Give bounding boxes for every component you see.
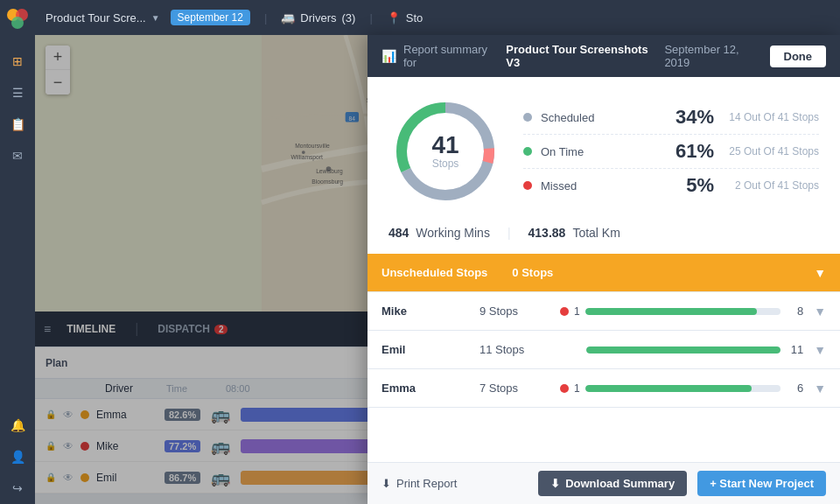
date-badge[interactable]: September 12 [171, 10, 250, 25]
total-km-num: 413.88 [528, 226, 566, 240]
done-button[interactable]: Done [770, 46, 827, 67]
stat-detail-scheduled: 14 Out Of 41 Stops [723, 111, 819, 123]
sidebar-icon-mail[interactable]: ✉ [9, 147, 26, 164]
total-km-label: Total Km [572, 226, 620, 240]
download-summary-label: Download Summary [565, 477, 675, 490]
progress-fill-emma [585, 385, 752, 392]
driver-report-stops-mike: 9 Stops [480, 304, 550, 318]
driver-report-row-mike[interactable]: Mike 9 Stops 1 8 ▼ [368, 292, 840, 331]
sidebar-icon-user[interactable]: 👤 [9, 448, 26, 466]
stat-detail-missed: 2 Out Of 41 Stops [723, 179, 819, 192]
drivers-label: Drivers [300, 11, 336, 24]
chevron-down-icon-emma[interactable]: ▼ [814, 382, 826, 396]
unscheduled-label: Unscheduled Stops [382, 266, 487, 279]
sidebar: ⊞ ☰ 📋 ✉ 🔔 👤 ↪ [0, 0, 35, 504]
stat-detail-ontime: 25 Out Of 41 Stops [723, 145, 819, 158]
sidebar-icon-exit[interactable]: ↪ [9, 480, 26, 497]
ontime-count-emma: 6 [786, 382, 803, 395]
drivers-item[interactable]: 🚐 Drivers (3) [281, 11, 355, 24]
sidebar-icon-layers[interactable]: ☰ [9, 84, 26, 102]
driver-report-name-emil: Emil [382, 343, 469, 356]
progress-fill-mike [585, 308, 758, 315]
stat-pct-scheduled: 34% [676, 106, 714, 129]
driver-bar-mike: 1 8 [560, 304, 803, 318]
product-chevron-icon: ▼ [151, 13, 160, 23]
missed-dot-emma [560, 384, 569, 393]
stat-row-missed: Missed 5% 2 Out Of 41 Stops [523, 169, 819, 202]
missed-count-mike: 1 [574, 305, 580, 318]
stat-pct-ontime: 61% [676, 140, 714, 163]
driver-report-stops-emil: 11 Stops [480, 343, 550, 356]
ontime-count-emil: 11 [786, 343, 803, 356]
drivers-count: (3) [342, 11, 356, 24]
report-overlay: 📊 Report summary for Product Tour Screen… [35, 35, 840, 504]
main-content: Product Tour Scre... ▼ September 12 | 🚐 … [35, 0, 840, 504]
print-button[interactable]: ⬇ Print Report [382, 477, 457, 490]
report-title: Product Tour Screenshots V3 [506, 43, 657, 69]
sidebar-icon-alert[interactable]: 🔔 [9, 416, 26, 434]
dot-scheduled [523, 113, 532, 122]
working-stats: 484 Working Mins | 413.88 Total Km [368, 219, 840, 254]
donut-label: Stops [431, 158, 458, 170]
working-mins-num: 484 [388, 226, 409, 240]
missed-count-emma: 1 [574, 382, 580, 395]
download-icon-footer: ⬇ [550, 477, 560, 490]
print-label: Print Report [396, 477, 457, 490]
progress-bar-mike [585, 308, 780, 315]
stops-item[interactable]: 📍 Sto [387, 11, 424, 24]
driver-bar-emil: 11 [560, 343, 803, 356]
unscheduled-row[interactable]: Unscheduled Stops 0 Stops ▼ [368, 254, 840, 292]
driver-report-name-emma: Emma [382, 382, 469, 395]
product-name-item[interactable]: Product Tour Scre... ▼ [46, 11, 160, 24]
stat-name-ontime: On Time [541, 145, 620, 158]
donut-chart: 41 Stops [388, 94, 502, 208]
progress-bar-emma [585, 385, 780, 392]
driver-report-stops-emma: 7 Stops [480, 382, 550, 395]
chevron-down-icon-unscheduled: ▼ [814, 266, 826, 280]
progress-fill-emil [586, 346, 780, 354]
stat-name-scheduled: Scheduled [541, 111, 620, 124]
working-mins-label: Working Mins [416, 226, 490, 240]
new-project-button[interactable]: + Start New Project [697, 471, 826, 496]
stats-list: Scheduled 34% 14 Out Of 41 Stops On Time… [523, 101, 819, 202]
truck-icon: 🚐 [281, 11, 295, 24]
app-logo[interactable] [5, 7, 30, 32]
print-icon: ⬇ [382, 477, 391, 490]
report-date: September 12, 2019 [664, 43, 762, 69]
stat-row-scheduled: Scheduled 34% 14 Out Of 41 Stops [523, 101, 819, 135]
donut-number: 41 [431, 133, 458, 158]
report-panel: 📊 Report summary for Product Tour Screen… [368, 35, 840, 504]
driver-bar-emma: 1 6 [560, 382, 803, 395]
chevron-down-icon-emil[interactable]: ▼ [814, 343, 826, 357]
top-bar: Product Tour Scre... ▼ September 12 | 🚐 … [35, 0, 840, 35]
missed-dot-mike [560, 307, 569, 316]
donut-center: 41 Stops [431, 133, 458, 170]
svg-point-2 [11, 17, 24, 29]
progress-bar-emil [586, 346, 780, 354]
stops-label: Sto [406, 11, 424, 24]
driver-report-name-mike: Mike [382, 304, 469, 318]
chart-icon: 📊 [382, 49, 396, 63]
driver-report-row-emil[interactable]: Emil 11 Stops 11 ▼ [368, 331, 840, 369]
summary-stats: 41 Stops Scheduled 34% 14 Out Of 41 Stop… [368, 77, 840, 219]
report-header: 📊 Report summary for Product Tour Screen… [368, 35, 840, 77]
report-footer: ⬇ Print Report ⬇ Download Summary + Star… [368, 462, 840, 504]
download-summary-button[interactable]: ⬇ Download Summary [538, 471, 687, 496]
product-name-label: Product Tour Scre... [46, 11, 146, 24]
chevron-down-icon-mike[interactable]: ▼ [814, 304, 826, 318]
stat-name-missed: Missed [541, 179, 620, 192]
driver-report-row-emma[interactable]: Emma 7 Stops 1 6 ▼ [368, 369, 840, 408]
stat-pct-missed: 5% [686, 174, 714, 197]
sidebar-icon-file[interactable]: 📋 [9, 116, 26, 133]
divider-1: | [264, 11, 267, 24]
new-project-label: + Start New Project [710, 477, 814, 490]
sidebar-icon-grid[interactable]: ⊞ [9, 52, 26, 70]
report-prefix: Report summary for [403, 43, 499, 69]
driver-table: Unscheduled Stops 0 Stops ▼ Mike 9 Stops… [368, 254, 840, 462]
dot-missed [523, 181, 532, 190]
dot-ontime [523, 147, 532, 156]
ontime-count-mike: 8 [786, 304, 803, 318]
stat-row-ontime: On Time 61% 25 Out Of 41 Stops [523, 135, 819, 169]
unscheduled-stops: 0 Stops [512, 266, 553, 279]
divider-2: | [369, 11, 372, 24]
